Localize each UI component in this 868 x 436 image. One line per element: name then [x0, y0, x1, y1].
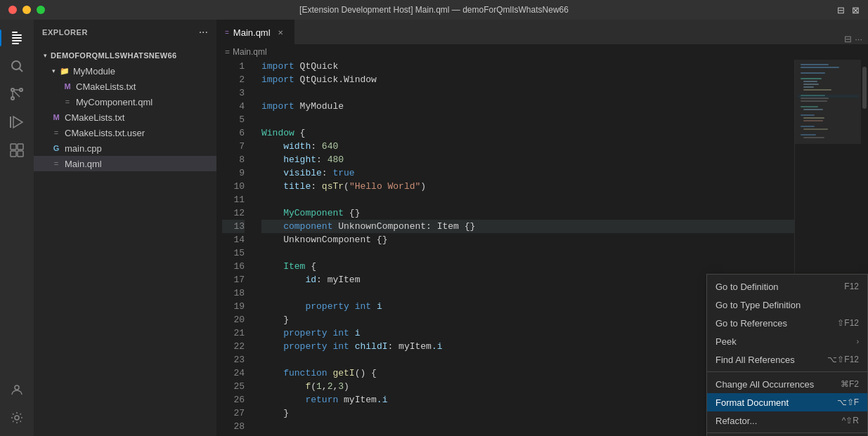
window-title: [Extension Development Host] Main.qml — …	[299, 5, 569, 15]
sidebar-more-icon[interactable]: ···	[199, 26, 208, 39]
code-line-1: import QtQuick	[261, 60, 794, 73]
root-folder-label: DEMOFORQMLLSWHATSNEW66	[51, 51, 176, 60]
svg-rect-3	[12, 40, 22, 41]
menu-item-refactor-label: Refactor...	[715, 416, 757, 426]
sidebar-title: EXPLORER	[42, 28, 88, 37]
code-line-5	[261, 113, 794, 126]
mainqml-icon: =	[51, 158, 62, 169]
code-line-10: title: qsTr("Hello World")	[261, 180, 794, 193]
tree-item-cmake-user[interactable]: = CMakeLists.txt.user	[34, 125, 216, 140]
more-actions-icon[interactable]: ···	[855, 34, 862, 44]
window-controls	[8, 6, 45, 14]
qml-icon: =	[62, 96, 73, 107]
svg-point-9	[11, 88, 14, 91]
split-editor-right-icon[interactable]: ⊟	[844, 34, 852, 44]
menu-item-go-to-def-label: Go to Definition	[715, 282, 779, 292]
code-line-13: component UnknownComponent: Item {}	[261, 220, 794, 233]
cmake2-icon: M	[51, 112, 62, 123]
svg-rect-4	[12, 43, 19, 44]
activity-settings[interactable]	[4, 405, 30, 430]
close-button[interactable]	[8, 6, 17, 14]
activity-explorer[interactable]	[4, 25, 30, 51]
cpp-icon: G	[51, 143, 62, 154]
scrollbar-thumb[interactable]	[862, 67, 867, 109]
tree-item-root[interactable]: ▾ DEMOFORQMLLSWHATSNEW66	[34, 48, 216, 63]
minimize-button[interactable]	[22, 6, 31, 14]
svg-point-16	[15, 385, 19, 390]
svg-line-6	[20, 69, 23, 72]
activity-run[interactable]	[4, 110, 30, 135]
activity-bar	[0, 20, 34, 436]
activity-extensions[interactable]	[4, 138, 30, 163]
tab-qml-icon: =	[225, 29, 229, 37]
menu-item-find-all-refs-label: Find All References	[715, 355, 795, 365]
menu-item-format-document[interactable]: Format Document ⌥⇧F	[707, 393, 867, 411]
menu-item-format-document-shortcut: ⌥⇧F	[837, 397, 859, 407]
svg-rect-12	[11, 144, 16, 150]
menu-item-find-all-refs-shortcut: ⌥⇧F12	[827, 355, 859, 364]
menu-item-go-to-type-def[interactable]: Go to Type Definition	[707, 296, 867, 314]
sidebar: EXPLORER ··· ▾ DEMOFORQMLLSWHATSNEW66 ▾ …	[34, 20, 216, 436]
code-line-6: Window {	[261, 126, 794, 140]
menu-item-format-document-label: Format Document	[715, 397, 789, 408]
cmake-user-icon: =	[51, 127, 62, 138]
menu-item-find-all-refs[interactable]: Find All References ⌥⇧F12	[707, 350, 867, 369]
menu-item-change-occurrences-label: Change All Occurrences	[715, 379, 814, 390]
activity-search[interactable]	[4, 53, 30, 79]
svg-rect-15	[18, 151, 23, 157]
menu-separator-2	[707, 432, 867, 433]
code-line-7: width: 640	[261, 140, 794, 153]
menu-item-go-to-refs[interactable]: Go to References ⇧F12	[707, 314, 867, 332]
tree-item-cmake2[interactable]: M CMakeLists.txt	[34, 110, 216, 125]
maximize-button[interactable]	[37, 6, 45, 14]
editor-area: = Main.qml ✕ ⊟ ··· = Main.qml 12345 6789…	[216, 20, 868, 436]
breadcrumb-icon: =	[225, 47, 230, 57]
context-menu: Go to Definition F12 Go to Type Definiti…	[706, 274, 868, 436]
svg-rect-14	[11, 151, 16, 157]
tree-item-cmake1[interactable]: M CMakeLists.txt	[34, 79, 216, 94]
titlebar-right-actions: ⊟ ⊠	[837, 5, 860, 15]
folder-icon: 📁	[59, 65, 70, 77]
menu-item-change-occurrences[interactable]: Change All Occurrences ⌘F2	[707, 375, 867, 393]
menu-item-go-to-refs-shortcut: ⇧F12	[837, 318, 859, 328]
menu-item-go-to-refs-label: Go to References	[715, 318, 787, 329]
code-line-14: UnknownComponent {}	[261, 233, 794, 246]
svg-point-8	[20, 88, 22, 91]
tree-item-mainqml[interactable]: = Main.qml	[34, 156, 216, 171]
svg-rect-13	[18, 144, 23, 150]
tree-item-maincpp[interactable]: G main.cpp	[34, 140, 216, 156]
svg-point-17	[15, 416, 19, 420]
tree-item-mymodule[interactable]: ▾ 📁 MyModule	[34, 63, 216, 79]
menu-item-go-to-def[interactable]: Go to Definition F12	[707, 277, 867, 296]
menu-item-refactor[interactable]: Refactor... ^⇧R	[707, 411, 867, 430]
code-line-8: height: 480	[261, 153, 794, 166]
menu-item-go-to-type-def-label: Go to Type Definition	[715, 300, 801, 310]
cmake-icon: M	[62, 81, 73, 92]
tree-item-mycomponent[interactable]: = MyComponent.qml	[34, 94, 216, 110]
menu-item-peek[interactable]: Peek ›	[707, 332, 867, 350]
mycomponent-label: MyComponent.qml	[76, 97, 153, 107]
code-line-11	[261, 193, 794, 206]
code-line-2: import QtQuick.Window	[261, 73, 794, 86]
tab-mainqml[interactable]: = Main.qml ✕	[216, 20, 294, 44]
menu-item-go-to-def-shortcut: F12	[844, 282, 859, 291]
code-line-9: visible: true	[261, 166, 794, 180]
code-line-3	[261, 86, 794, 100]
activity-source-control[interactable]	[4, 81, 30, 107]
activity-accounts[interactable]	[4, 377, 30, 402]
editor-content[interactable]: 12345 678910 1112131415 1617181920 21222…	[216, 60, 868, 436]
cmake1-label: CMakeLists.txt	[76, 81, 136, 92]
title-bar: [Extension Development Host] Main.qml — …	[0, 0, 868, 20]
svg-point-5	[12, 61, 20, 70]
layout-icon[interactable]: ⊠	[852, 5, 860, 15]
peek-arrow-icon: ›	[857, 338, 859, 345]
tab-bar: = Main.qml ✕ ⊟ ···	[216, 20, 868, 44]
menu-item-change-occurrences-shortcut: ⌘F2	[841, 379, 859, 389]
mymodule-label: MyModule	[73, 66, 115, 77]
minimap-viewport[interactable]	[795, 60, 861, 144]
breadcrumb: = Main.qml	[216, 44, 868, 60]
breadcrumb-label: Main.qml	[233, 47, 267, 57]
maincpp-label: main.cpp	[65, 143, 102, 154]
split-editor-icon[interactable]: ⊟	[837, 5, 845, 15]
tab-close-button[interactable]: ✕	[275, 27, 286, 38]
